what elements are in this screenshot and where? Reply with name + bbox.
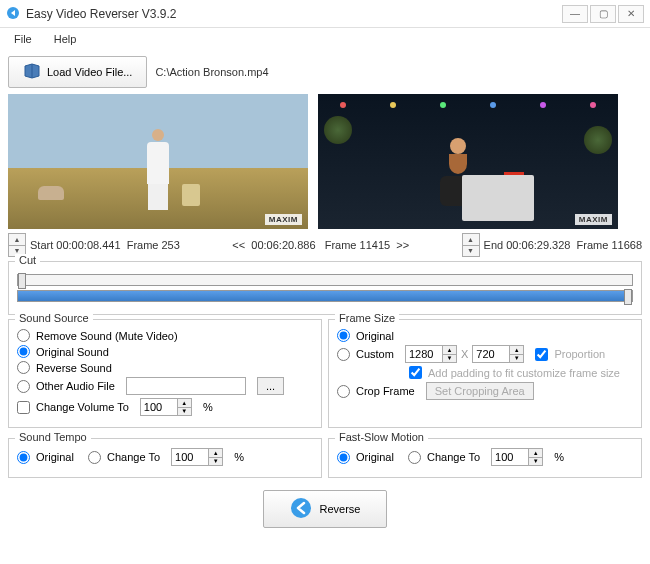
cut-track-top[interactable] xyxy=(17,274,633,286)
sound-tempo-group: Sound Tempo Original Change To ▲▼ % xyxy=(8,438,322,478)
watermark-label: MAXIM xyxy=(265,214,302,225)
radio-remove-sound[interactable] xyxy=(17,329,30,342)
start-time: 00:00:08.441 xyxy=(56,239,120,251)
sound-source-group: Sound Source Remove Sound (Mute Video) O… xyxy=(8,319,322,428)
maximize-button[interactable]: ▢ xyxy=(590,5,616,23)
radio-other-audio[interactable] xyxy=(17,380,30,393)
browse-audio-button[interactable]: ... xyxy=(257,377,284,395)
end-time: 00:06:29.328 xyxy=(506,239,570,251)
load-video-label: Load Video File... xyxy=(47,66,132,78)
radio-tempo-original[interactable] xyxy=(17,451,30,464)
start-label: Start xyxy=(30,239,53,251)
radio-crop-frame[interactable] xyxy=(337,385,350,398)
end-frame: 11668 xyxy=(611,239,642,251)
cut-legend: Cut xyxy=(15,254,40,266)
reverse-button[interactable]: Reverse xyxy=(263,490,388,528)
checkbox-change-volume[interactable] xyxy=(17,401,30,414)
radio-frame-custom[interactable] xyxy=(337,348,350,361)
checkbox-padding[interactable] xyxy=(409,366,422,379)
nav-prev[interactable]: << xyxy=(232,239,245,251)
frame-size-group: Frame Size Original Custom ▲▼ X ▲▼ Propo… xyxy=(328,319,642,428)
app-icon xyxy=(6,6,20,22)
radio-frame-original[interactable] xyxy=(337,329,350,342)
close-button[interactable]: ✕ xyxy=(618,5,644,23)
width-input[interactable]: ▲▼ xyxy=(405,345,457,363)
other-audio-input[interactable] xyxy=(126,377,246,395)
titlebar: Easy Video Reverser V3.9.2 — ▢ ✕ xyxy=(0,0,650,28)
window-title: Easy Video Reverser V3.9.2 xyxy=(26,7,562,21)
cut-group: Cut xyxy=(8,261,642,315)
menubar: File Help xyxy=(0,28,650,50)
start-frame: 253 xyxy=(162,239,180,251)
radio-motion-original[interactable] xyxy=(337,451,350,464)
cut-track-bottom[interactable] xyxy=(17,290,633,302)
checkbox-proportion[interactable] xyxy=(535,348,548,361)
volume-input[interactable]: ▲▼ xyxy=(140,398,192,416)
current-time: 00:06:20.886 xyxy=(251,239,315,251)
end-label: End xyxy=(484,239,504,251)
file-path: C:\Action Bronson.mp4 xyxy=(155,66,268,78)
end-stepper[interactable]: ▲▼ xyxy=(462,233,480,257)
minimize-button[interactable]: — xyxy=(562,5,588,23)
menu-help[interactable]: Help xyxy=(44,31,87,47)
set-crop-button[interactable]: Set Cropping Area xyxy=(426,382,534,400)
watermark-label: MAXIM xyxy=(575,214,612,225)
reverse-icon xyxy=(290,497,312,521)
preview-end: MAXIM xyxy=(318,94,618,229)
tempo-input[interactable]: ▲▼ xyxy=(171,448,223,466)
radio-motion-change[interactable] xyxy=(408,451,421,464)
menu-file[interactable]: File xyxy=(4,31,42,47)
current-frame: 11415 xyxy=(360,239,391,251)
radio-reverse-sound[interactable] xyxy=(17,361,30,374)
book-icon xyxy=(23,63,41,81)
fast-slow-group: Fast-Slow Motion Original Change To ▲▼ % xyxy=(328,438,642,478)
load-video-button[interactable]: Load Video File... xyxy=(8,56,147,88)
nav-next[interactable]: >> xyxy=(396,239,409,251)
radio-original-sound[interactable] xyxy=(17,345,30,358)
radio-tempo-change[interactable] xyxy=(88,451,101,464)
preview-start: MAXIM xyxy=(8,94,308,229)
reverse-label: Reverse xyxy=(320,503,361,515)
height-input[interactable]: ▲▼ xyxy=(472,345,524,363)
motion-input[interactable]: ▲▼ xyxy=(491,448,543,466)
svg-point-1 xyxy=(291,498,311,518)
